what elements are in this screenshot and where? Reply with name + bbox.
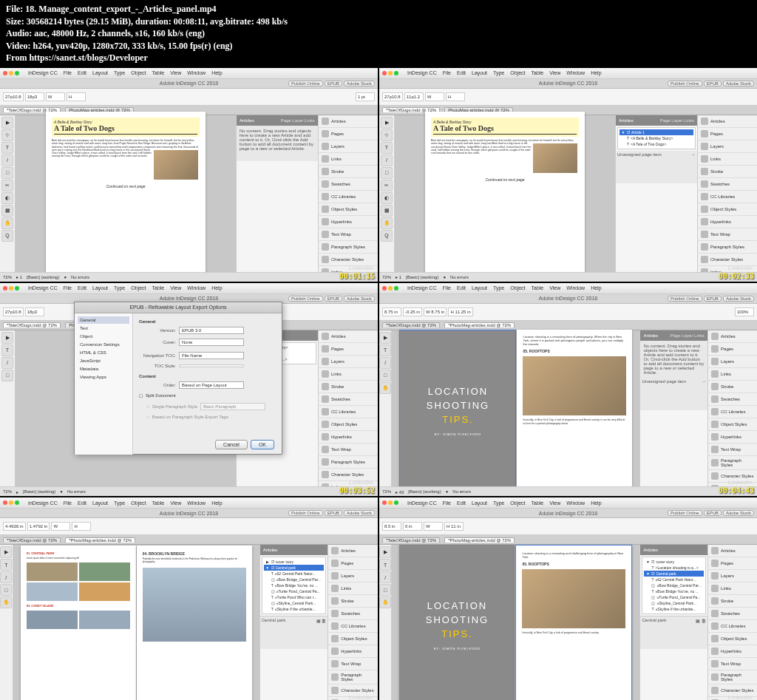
toolbox[interactable]: ▶⊹T/□✂◐▦✋Q: [379, 115, 395, 276]
toolbox[interactable]: ▶T/□✋: [0, 545, 13, 700]
side-panels[interactable]: Articles Pages Layers Links Stroke Swatc…: [327, 545, 378, 700]
page[interactable]: A Belle & Barkley StoryA Tale of Two Dog…: [425, 112, 585, 279]
frame-3: InDesign CCFileEditLayoutTypeObjectTable…: [0, 283, 378, 497]
control-bar[interactable]: 8.5 in0 inWH 11 in: [379, 518, 757, 535]
canvas[interactable]: A Belle & Barkley StoryA Tale of Two Dog…: [395, 115, 615, 276]
canvas[interactable]: A Belle & Barkley StoryA Tale of Two Dog…: [16, 115, 236, 276]
frame-2: InDesign CCFileEditLayoutTypeObjectTable…: [379, 68, 757, 282]
central-park-article[interactable]: ▼☑Central park: [644, 571, 704, 577]
titlebar: Adobe InDesign CC 2018Publish OnlineEPUB…: [0, 509, 378, 518]
export-dialog[interactable]: EPUB - Reflowable Layout Export Options …: [74, 302, 282, 455]
ok-button[interactable]: OK: [251, 440, 274, 449]
statusbar: 72%▸ 1[Basic] (working)●No errors: [0, 272, 378, 282]
timestamp: 00:01:15: [339, 272, 375, 280]
titlebar: Adobe InDesign CC 2018Publish OnlineEPUB…: [379, 509, 757, 518]
cover-select[interactable]: None: [179, 339, 244, 346]
panel-cc[interactable]: CC Libraries: [319, 191, 378, 203]
photo: [523, 356, 626, 415]
photo: [522, 569, 625, 628]
articles-panel[interactable]: ArticlesPage Layer Links No content. Dra…: [639, 330, 707, 491]
article-child[interactable]: T<A Belle & Barkley Story>: [619, 135, 693, 141]
doc-tabs[interactable]: *TaleOfDogs.indd @ 72%*PhotoMag-articles…: [379, 321, 757, 330]
toolbox[interactable]: ▶T/□✋: [379, 330, 392, 491]
side-panels[interactable]: Articles Pages Layers Links Stroke Swatc…: [697, 115, 757, 276]
version-select[interactable]: EPUB 3.0: [179, 327, 244, 334]
titlebar: Adobe InDesign CC 2018Publish OnlineEPUB…: [379, 79, 757, 89]
side-panels[interactable]: Articles Pages Layers Links Stroke Swatc…: [318, 330, 378, 491]
menubar[interactable]: InDesign CCFileEditLayoutTypeObjectTable…: [379, 68, 757, 79]
menubar[interactable]: InDesign CCFileEditLayoutTypeObjectTable…: [0, 283, 378, 294]
frame-1: InDesign CC FileEditLayoutTypeObjectTabl…: [0, 68, 378, 282]
frame-5: InDesign CCFileEditLayoutTypeObjectTable…: [0, 497, 378, 700]
cover-page[interactable]: LOCATIONSHOOTINGTIPS.BY: SIMON PIXELFORD: [399, 330, 516, 491]
titlebar: Adobe InDesign CC 2018 Publish OnlineEPU…: [0, 79, 378, 89]
panel-articles[interactable]: Articles: [319, 115, 378, 128]
page[interactable]: A Belle & Barkley StoryA Tale of Two Dog…: [46, 112, 206, 279]
panel-links[interactable]: Links: [319, 153, 378, 166]
doc-tabs[interactable]: *TaleOfDogs.indd @ 72%*PhotoMag-articles…: [0, 535, 378, 545]
frame-4: InDesign CCFileEditLayoutTypeObjectTable…: [379, 283, 757, 497]
central-park-article[interactable]: ▼☑Central park: [264, 565, 325, 571]
story-image: [533, 143, 577, 173]
order-select[interactable]: Based on Page Layout: [179, 381, 244, 389]
menubar[interactable]: InDesign CCFileEditLayoutTypeObjectTable…: [379, 497, 757, 509]
canvas[interactable]: 01. CENTRAL PARK Lorem ipsum dolor sit a…: [13, 545, 259, 700]
toolbox[interactable]: ▶T/□✋: [379, 545, 392, 700]
statusbar: 72%▸[Basic] (working)●No errors: [0, 486, 378, 496]
page-right[interactable]: 04. BROOKLYN BRIDGE Probably the most id…: [137, 546, 252, 700]
panel-layers[interactable]: Layers: [319, 140, 378, 153]
stock-button[interactable]: Adobe Stock: [344, 81, 375, 86]
canvas[interactable]: LOCATIONSHOOTINGTIPS.BY: SIMON PIXELFORD…: [392, 330, 639, 491]
page-2[interactable]: Location shooting is a rewarding and cha…: [515, 545, 632, 700]
doc-tabs[interactable]: *TaleOfDogs.indd @ 72%*PhotoMag-articles…: [379, 535, 757, 545]
article-1[interactable]: ▼☑Article 1: [619, 129, 693, 135]
metadata-header: File: 18. Manage_content_export_-_Articl…: [0, 0, 757, 68]
statusbar: 72%▸ 43[Basic] (working)●No errors: [379, 486, 757, 496]
articles-panel[interactable]: Articles ▶☑cover story ▼☑Central park T«…: [259, 545, 328, 700]
cover-page[interactable]: LOCATIONSHOOTINGTIPS.BY: SIMON PIXELFORD: [399, 545, 515, 700]
side-panels[interactable]: Articles Pages Layers Links Stroke Swatc…: [318, 115, 378, 276]
brooklyn-photo: [143, 568, 246, 642]
titlebar: Adobe InDesign CC 2018Publish OnlineEPUB…: [379, 294, 757, 304]
menubar[interactable]: InDesign CC FileEditLayoutTypeObjectTabl…: [0, 68, 378, 79]
toolbox[interactable]: ▶T/□: [0, 330, 16, 491]
articles-panel[interactable]: ArticlesPage Layer Links ▼☑Article 1 T<A…: [615, 115, 697, 276]
side-panels[interactable]: Articles Pages Layers Links Stroke Swatc…: [707, 545, 757, 700]
cancel-button[interactable]: Cancel: [215, 440, 248, 449]
watermark: Linkedin: [349, 265, 373, 271]
statusbar: 72%▸ 1[Basic] (working)●No errors: [379, 272, 757, 282]
panel-hyperlinks[interactable]: Hyperlinks: [319, 216, 378, 228]
articles-panel[interactable]: Articles ▼☑cover story T<Location shooti…: [639, 545, 707, 700]
control-bar[interactable]: 27p10.818p3WH1 pt: [0, 89, 378, 106]
side-panels[interactable]: Articles Pages Layers Links Stroke Swatc…: [707, 330, 757, 491]
canvas[interactable]: LOCATIONSHOOTINGTIPS.BY: SIMON PIXELFORD…: [392, 545, 639, 700]
panel-pages[interactable]: Pages: [319, 128, 378, 140]
toolbox[interactable]: ▶⊹T/□✂◐▦✋Q: [0, 115, 16, 276]
menubar[interactable]: InDesign CCFileEditLayoutTypeObjectTable…: [379, 283, 757, 294]
panel-objstyles[interactable]: Object Styles: [319, 203, 378, 216]
control-bar[interactable]: 27p10.811p1.2WH: [379, 89, 757, 106]
epub-button[interactable]: EPUB: [325, 81, 342, 86]
nav-select[interactable]: File Name: [179, 352, 244, 359]
page-2[interactable]: Location shooting is a rewarding form of…: [517, 330, 632, 489]
panel-parastyles[interactable]: Paragraph Styles: [319, 241, 378, 254]
control-bar[interactable]: 8.75 in-0.25 inW 8.75 inH 11.25 in100%: [379, 304, 757, 321]
dialog-sidebar[interactable]: General Text Object Conversion Settings …: [75, 313, 133, 455]
page-left[interactable]: 01. CENTRAL PARK Lorem ipsum dolor sit a…: [21, 546, 136, 700]
frame-6: InDesign CCFileEditLayoutTypeObjectTable…: [379, 497, 757, 700]
articles-empty-msg: No content. Drag stories and objects her…: [237, 126, 318, 161]
panel-stroke[interactable]: Stroke: [319, 166, 378, 178]
menubar[interactable]: InDesign CCFileEditLayoutTypeObjectTable…: [0, 497, 378, 509]
video-grid: InDesign CC FileEditLayoutTypeObjectTabl…: [0, 68, 757, 700]
dialog-title: EPUB - Reflowable Layout Export Options: [75, 302, 282, 313]
article-child[interactable]: T<A Tale of Two Dogs>: [619, 141, 693, 147]
control-bar[interactable]: 4.4926 in1.4792 inWH: [0, 518, 378, 535]
articles-panel[interactable]: ArticlesPage Layer Links No content. Dra…: [236, 115, 318, 276]
publish-button[interactable]: Publish Online: [288, 81, 323, 86]
panel-swatches[interactable]: Swatches: [319, 178, 378, 191]
story-image: [154, 150, 198, 180]
panel-textwrap[interactable]: Text Wrap: [319, 228, 378, 241]
